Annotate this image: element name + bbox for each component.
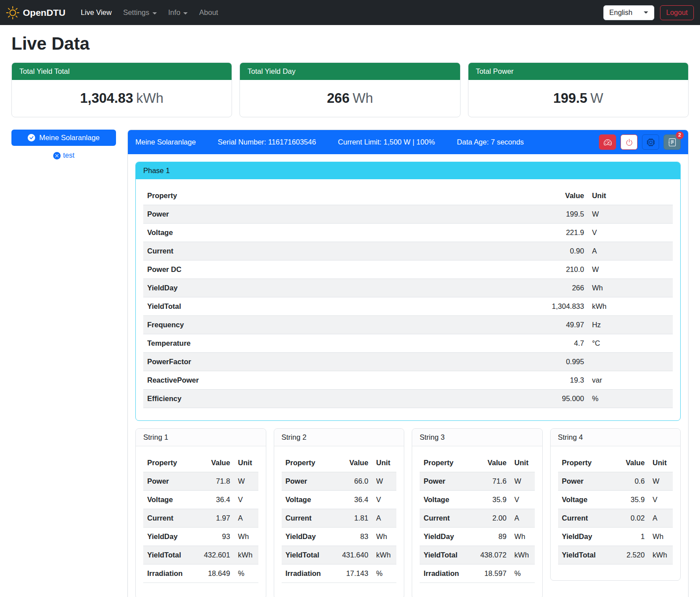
- property-cell: YieldDay: [282, 528, 334, 546]
- value-cell: 35.9: [472, 491, 510, 509]
- table-row: Voltage35.9V: [420, 491, 535, 509]
- column-header-value: Value: [611, 454, 649, 472]
- unit-cell: Wh: [588, 279, 673, 297]
- table-row: Voltage36.4V: [282, 491, 397, 509]
- nav-info[interactable]: Info: [163, 5, 194, 20]
- string-table: Property Value Unit Power71.8W Voltage36…: [143, 454, 258, 583]
- unit-cell: A: [372, 509, 396, 528]
- value-cell: 4.7: [519, 334, 588, 353]
- property-cell: Power: [282, 472, 334, 491]
- value-cell: 1.97: [196, 509, 234, 528]
- value-cell: 95.000: [519, 390, 588, 408]
- value-cell: 210.0: [519, 261, 588, 279]
- string-card-title: String 4: [551, 429, 681, 446]
- unit-cell: Hz: [588, 316, 673, 334]
- table-row: Current2.00A: [420, 509, 535, 528]
- string-card-title: String 1: [136, 429, 266, 446]
- navbar: OpenDTU Live View Settings Info About En…: [0, 0, 700, 25]
- sidebar-item-test[interactable]: test: [11, 152, 116, 159]
- unit-cell: %: [588, 390, 673, 408]
- brand[interactable]: OpenDTU: [6, 6, 65, 19]
- property-cell: Power DC: [143, 261, 519, 279]
- nav-info-label: Info: [168, 8, 181, 17]
- unit-cell: V: [511, 491, 535, 509]
- table-row: YieldDay93Wh: [143, 528, 258, 546]
- table-row: Current0.02A: [558, 509, 673, 528]
- unit-cell: V: [234, 491, 258, 509]
- property-cell: YieldTotal: [143, 546, 196, 564]
- value-cell: 19.3: [519, 371, 588, 390]
- column-header-property: Property: [143, 187, 519, 205]
- column-header-unit: Unit: [234, 454, 258, 472]
- language-select[interactable]: English: [603, 5, 654, 20]
- chevron-down-icon: [183, 12, 188, 14]
- unit-cell: Wh: [511, 528, 535, 546]
- sidebar-item-meine-solaranlage[interactable]: Meine Solaranlage: [11, 130, 116, 146]
- unit-cell: %: [372, 564, 396, 583]
- table-row: Power DC210.0W: [143, 261, 673, 279]
- device-info-button[interactable]: [642, 134, 659, 150]
- value-cell: 2.00: [472, 509, 510, 528]
- string-card-body: Property Value Unit Power71.8W Voltage36…: [136, 446, 266, 597]
- unit-cell: V: [372, 491, 396, 509]
- summary-value: 266: [327, 90, 350, 106]
- table-row: Power0.6W: [558, 472, 673, 491]
- string-table: Property Value Unit Power66.0W Voltage36…: [282, 454, 397, 583]
- column-header-value: Value: [472, 454, 510, 472]
- nav-settings[interactable]: Settings: [117, 5, 163, 20]
- column-header-unit: Unit: [588, 187, 673, 205]
- property-cell: Irradiation: [420, 564, 472, 583]
- string-card-3: String 3 Property Value Unit: [412, 428, 543, 597]
- unit-cell: W: [511, 472, 535, 491]
- power-icon: [625, 138, 633, 146]
- value-cell: 71.6: [472, 472, 510, 491]
- summary-card-title: Total Yield Total: [12, 63, 232, 80]
- phase-card: Phase 1 Property Value Unit: [135, 162, 681, 421]
- value-cell: 18.649: [196, 564, 234, 583]
- value-cell: 199.5: [519, 205, 588, 224]
- unit-cell: W: [372, 472, 396, 491]
- power-toggle-button[interactable]: [620, 134, 638, 150]
- string-card-title: String 3: [412, 429, 542, 446]
- value-cell: 83: [334, 528, 372, 546]
- unit-cell: °C: [588, 334, 673, 353]
- summary-unit: kWh: [136, 90, 163, 106]
- summary-card-total-power: Total Power 199.5W: [468, 62, 689, 117]
- events-log-button[interactable]: 2: [664, 134, 681, 150]
- cpu-icon: [647, 138, 655, 146]
- summary-value: 199.5: [553, 90, 588, 106]
- property-cell: YieldDay: [558, 528, 611, 546]
- unit-cell: Wh: [649, 528, 673, 546]
- chevron-down-icon: [152, 12, 157, 14]
- navbar-right: English Logout: [603, 5, 694, 20]
- nav-about-label: About: [199, 8, 218, 17]
- unit-cell: W: [588, 205, 673, 224]
- table-row: YieldDay83Wh: [282, 528, 397, 546]
- table-row: YieldDay266Wh: [143, 279, 673, 297]
- speedometer-icon: [604, 138, 612, 146]
- table-row: Irradiation17.143%: [282, 564, 397, 583]
- limit-settings-button[interactable]: [599, 134, 616, 150]
- logout-button[interactable]: Logout: [660, 5, 694, 20]
- table-row: Voltage35.9V: [558, 491, 673, 509]
- nav-about[interactable]: About: [193, 5, 224, 20]
- language-value: English: [609, 9, 632, 17]
- unit-cell: A: [588, 242, 673, 261]
- table-header-row: Property Value Unit: [143, 187, 673, 205]
- table-row: Irradiation18.649%: [143, 564, 258, 583]
- page-container: Live Data Total Yield Total 1,304.83kWh …: [0, 34, 700, 597]
- nav-live-view-label: Live View: [81, 8, 112, 17]
- nav-live-view[interactable]: Live View: [75, 5, 117, 20]
- table-row: Current0.90A: [143, 242, 673, 261]
- property-cell: Power: [420, 472, 472, 491]
- table-row: Current1.81A: [282, 509, 397, 528]
- value-cell: 431.640: [334, 546, 372, 564]
- table-row: PowerFactor0.995: [143, 353, 673, 371]
- table-row: Voltage221.9V: [143, 224, 673, 242]
- table-row: Power66.0W: [282, 472, 397, 491]
- property-cell: YieldTotal: [143, 297, 519, 316]
- column-header-property: Property: [558, 454, 611, 472]
- brand-label: OpenDTU: [23, 7, 65, 18]
- value-cell: 2.520: [611, 546, 649, 564]
- phase-card-title: Phase 1: [136, 162, 680, 179]
